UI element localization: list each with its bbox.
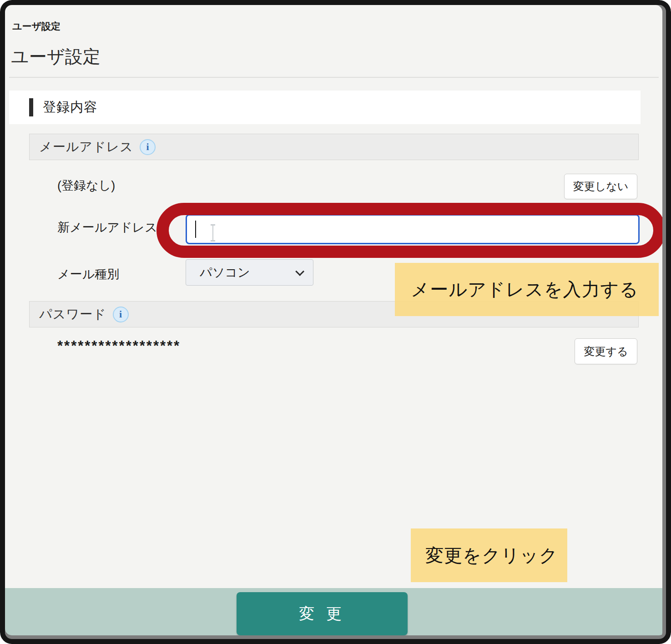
page-title: ユーザ設定 xyxy=(11,45,101,69)
chevron-down-icon xyxy=(295,267,304,276)
i-beam-cursor xyxy=(210,224,216,241)
info-icon[interactable]: i xyxy=(113,307,129,322)
info-icon[interactable]: i xyxy=(140,139,156,155)
new-email-input[interactable] xyxy=(186,214,640,244)
new-email-label: 新メールアドレス xyxy=(57,219,157,236)
user-settings-page: ユーザ設定 ユーザ設定 登録内容 メールアドレス i (登録なし) 変更しない … xyxy=(0,0,671,644)
footer-bar: 変 更 xyxy=(0,588,671,639)
divider xyxy=(9,77,659,78)
accent-bar xyxy=(29,98,33,116)
click-change-annotation: 変更をクリック xyxy=(411,528,567,582)
email-group-label: メールアドレス xyxy=(39,138,133,156)
email-current-status: (登録なし) xyxy=(57,177,115,194)
password-group-label: パスワード xyxy=(39,306,106,323)
submit-change-button[interactable]: 変 更 xyxy=(237,592,408,635)
registration-heading: 登録内容 xyxy=(43,98,97,116)
text-caret xyxy=(195,221,196,238)
keep-email-button[interactable]: 変更しない xyxy=(564,174,637,199)
info-icon-glyph: i xyxy=(119,309,122,319)
enter-email-annotation: メールアドレスを入力する xyxy=(395,263,659,316)
mail-type-label: メール種別 xyxy=(57,266,119,282)
info-icon-glyph: i xyxy=(146,142,149,152)
registration-section-header: 登録内容 xyxy=(9,91,641,124)
masked-password: ****************** xyxy=(57,338,181,354)
mail-type-select[interactable]: パソコン xyxy=(186,259,313,286)
change-password-button[interactable]: 変更する xyxy=(575,338,637,364)
email-group-header: メールアドレス i xyxy=(29,134,639,160)
mail-type-selected-value: パソコン xyxy=(200,264,296,281)
breadcrumb[interactable]: ユーザ設定 xyxy=(12,20,61,33)
